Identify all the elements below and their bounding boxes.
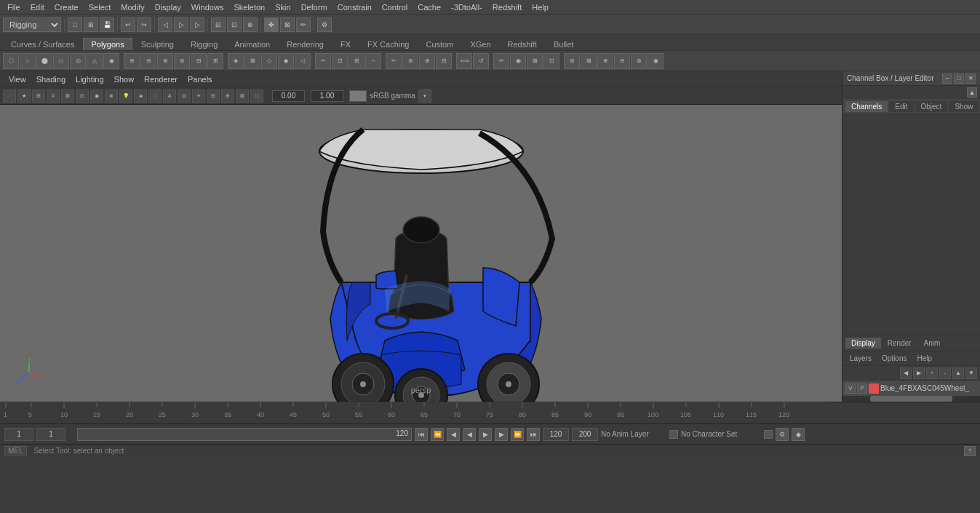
settings-btn[interactable]: ⚙ bbox=[317, 17, 332, 32]
layer-next-btn[interactable]: ▶ bbox=[913, 367, 925, 379]
scrollbar-thumb[interactable] bbox=[870, 396, 952, 402]
tab-show[interactable]: Show bbox=[949, 101, 979, 112]
menu-3dtool[interactable]: -3DtoAll- bbox=[447, 1, 487, 13]
exposure-btn[interactable]: ☀ bbox=[192, 90, 205, 103]
cone-icon[interactable]: △ bbox=[87, 53, 103, 69]
torus-icon[interactable]: ◎ bbox=[70, 53, 86, 69]
anim-end2-input[interactable] bbox=[572, 428, 598, 441]
dof-btn[interactable]: ◎ bbox=[178, 90, 191, 103]
go-start-btn[interactable]: ⏮ bbox=[415, 428, 428, 441]
3d-viewport[interactable]: persp X Y Z bbox=[0, 105, 842, 402]
menu-create[interactable]: Create bbox=[50, 1, 83, 13]
tab-fx-caching[interactable]: FX Caching bbox=[359, 38, 417, 50]
redshift-icon[interactable]: ⊛ bbox=[564, 53, 580, 69]
redshift6-icon[interactable]: ◉ bbox=[648, 53, 664, 69]
disk-icon[interactable]: ◉ bbox=[103, 53, 119, 69]
value2-input[interactable] bbox=[311, 90, 343, 102]
plane-icon[interactable]: ▭ bbox=[53, 53, 69, 69]
poke-icon[interactable]: ◆ bbox=[278, 53, 294, 69]
menu-select[interactable]: Select bbox=[84, 1, 116, 13]
hud-btn[interactable]: ⊟ bbox=[207, 90, 220, 103]
tab-custom[interactable]: Custom bbox=[418, 38, 462, 50]
render-btn[interactable]: ⊟ bbox=[211, 17, 226, 32]
menu-control[interactable]: Control bbox=[378, 1, 412, 13]
menu-display[interactable]: Display bbox=[151, 1, 186, 13]
slide-edge-icon[interactable]: ↔ bbox=[365, 53, 381, 69]
scroll-up-btn[interactable]: ▲ bbox=[967, 87, 977, 98]
tab-rendering[interactable]: Rendering bbox=[279, 38, 332, 50]
separate-icon[interactable]: ⊖ bbox=[140, 53, 156, 69]
symmetry-icon[interactable]: ⊠ bbox=[527, 53, 543, 69]
next-key-btn[interactable]: ▶ bbox=[495, 428, 508, 441]
layer-color-swatch[interactable] bbox=[869, 383, 879, 394]
panel-close-btn[interactable]: ✕ bbox=[965, 73, 976, 84]
play-back-btn[interactable]: ◀ bbox=[463, 428, 476, 441]
prev-frame-btn[interactable]: ◁ bbox=[158, 17, 172, 32]
ipr-btn[interactable]: ⊕ bbox=[243, 17, 258, 32]
redshift5-icon[interactable]: ⊗ bbox=[631, 53, 647, 69]
tab-sculpting[interactable]: Sculpting bbox=[133, 38, 182, 50]
texture-btn[interactable]: ⊗ bbox=[105, 90, 118, 103]
tab-channels[interactable]: Channels bbox=[845, 101, 888, 112]
bevel-icon[interactable]: ◈ bbox=[228, 53, 244, 69]
layer-prev-btn[interactable]: ◀ bbox=[900, 367, 912, 379]
menu-constrain[interactable]: Constrain bbox=[333, 1, 376, 13]
menu-skeleton[interactable]: Skeleton bbox=[229, 1, 269, 13]
layers-help-item[interactable]: Help bbox=[912, 354, 936, 363]
grid-btn[interactable]: # bbox=[47, 90, 60, 103]
select-btn[interactable]: ✤ bbox=[264, 17, 279, 32]
viewport-lighting-menu[interactable]: Lighting bbox=[71, 73, 108, 85]
play-btn[interactable]: ▷ bbox=[190, 17, 204, 32]
sphere-icon[interactable]: ○ bbox=[20, 53, 36, 69]
combine-icon[interactable]: ⊕ bbox=[124, 53, 140, 69]
frame-start-input[interactable] bbox=[36, 428, 65, 441]
menu-windows[interactable]: Windows bbox=[187, 1, 228, 13]
mirror-icon[interactable]: ⊟ bbox=[191, 53, 207, 69]
menu-cache[interactable]: Cache bbox=[413, 1, 445, 13]
play-fwd-btn[interactable]: ▶ bbox=[479, 428, 492, 441]
step-back-btn[interactable]: ⏪ bbox=[431, 428, 444, 441]
cylinder-icon[interactable]: ⬤ bbox=[36, 53, 52, 69]
layer-delete-btn[interactable]: - bbox=[939, 367, 951, 379]
ao-btn[interactable]: ○ bbox=[148, 90, 162, 103]
menu-edit[interactable]: Edit bbox=[26, 1, 49, 13]
auto-key-btn[interactable]: ◆ bbox=[792, 428, 805, 441]
redo-btn[interactable]: ↪ bbox=[137, 17, 151, 32]
menu-deform[interactable]: Deform bbox=[297, 1, 332, 13]
layers-menu-item[interactable]: Layers bbox=[845, 354, 876, 363]
offset-loop-icon[interactable]: ⊞ bbox=[348, 53, 364, 69]
wedge-icon[interactable]: ◁ bbox=[295, 53, 311, 69]
tab-rigging[interactable]: Rigging bbox=[183, 38, 226, 50]
tab-xgen[interactable]: XGen bbox=[462, 38, 498, 50]
tab-fx[interactable]: FX bbox=[332, 38, 359, 50]
merge-icon[interactable]: ⊕ bbox=[419, 53, 435, 69]
wireframe-btn[interactable]: ⊡ bbox=[76, 90, 89, 103]
boolean-icon[interactable]: ⊗ bbox=[157, 53, 173, 69]
lasso-btn[interactable]: ⊠ bbox=[280, 17, 295, 32]
aa-btn[interactable]: A bbox=[163, 90, 176, 103]
xray2-btn[interactable]: ⊠ bbox=[236, 90, 249, 103]
viewport-view-menu[interactable]: View bbox=[4, 73, 31, 85]
menu-help[interactable]: Help bbox=[527, 1, 553, 13]
collapse-icon[interactable]: ⊟ bbox=[436, 53, 452, 69]
viewport-renderer-menu[interactable]: Renderer bbox=[140, 73, 182, 85]
tab-curves[interactable]: Curves / Surfaces bbox=[3, 38, 82, 50]
grid2-btn[interactable]: ⊠ bbox=[61, 90, 74, 103]
fit-btn[interactable]: ⊞ bbox=[32, 90, 45, 103]
anim-end-input[interactable] bbox=[543, 428, 569, 441]
panel-horizontal-scrollbar[interactable] bbox=[842, 396, 980, 402]
menu-modify[interactable]: Modify bbox=[116, 1, 148, 13]
layer-down-btn[interactable]: ▼ bbox=[965, 367, 977, 379]
new-scene-btn[interactable]: □ bbox=[68, 17, 82, 32]
tab-display[interactable]: Display bbox=[845, 338, 881, 349]
value1-input[interactable] bbox=[272, 90, 305, 102]
redshift3-icon[interactable]: ⊕ bbox=[597, 53, 613, 69]
viewport-shading-menu[interactable]: Shading bbox=[32, 73, 70, 85]
open-scene-btn[interactable]: ⊞ bbox=[84, 17, 98, 32]
spin-icon[interactable]: ↺ bbox=[473, 53, 489, 69]
insert-loop-icon[interactable]: ⊡ bbox=[332, 53, 348, 69]
step-fwd-btn[interactable]: ⏩ bbox=[511, 428, 524, 441]
paint-select-icon[interactable]: ✏ bbox=[493, 53, 509, 69]
xray-icon[interactable]: ⊡ bbox=[543, 53, 559, 69]
playback-range-bar[interactable]: 120 bbox=[77, 428, 412, 441]
